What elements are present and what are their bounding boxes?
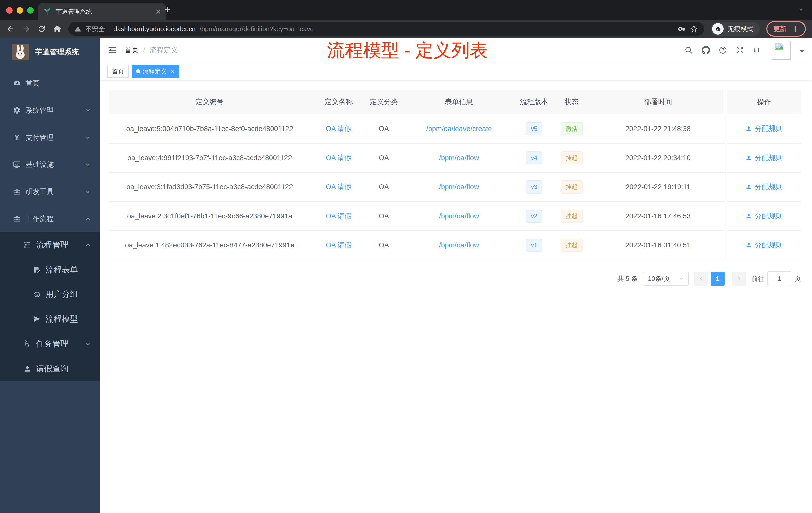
fullscreen-icon[interactable] (736, 46, 744, 55)
pagination-prev-button[interactable] (694, 272, 708, 285)
tab-search-caret-icon[interactable]: ⌄ (798, 4, 804, 12)
sidebar-item-home[interactable]: 首页 (0, 70, 100, 97)
definition-name-link[interactable]: OA 请假 (326, 183, 352, 191)
sidebar-logo[interactable]: 芋道管理系统 (0, 38, 100, 67)
pagination-goto-input[interactable] (767, 271, 791, 286)
pagination-page-label: 页 (794, 274, 801, 283)
window-minimize-button[interactable] (17, 7, 23, 13)
definition-id: oa_leave:2:3c1f0ef1-76b1-11ec-9c66-a2380… (109, 202, 310, 231)
assign-rule-button[interactable]: 分配规则 (746, 153, 783, 163)
version-badge: v3 (526, 180, 542, 193)
form-link[interactable]: /bpm/oa/flow (439, 212, 479, 220)
table-header-row: 定义编号 定义名称 定义分类 表单信息 流程版本 状态 部署时间 操作 (109, 90, 801, 115)
window-zoom-button[interactable] (27, 7, 34, 13)
page-size-select[interactable]: 10条/页 (643, 272, 689, 285)
home-icon[interactable] (53, 24, 62, 33)
sidebar-item-task-management[interactable]: 任务管理 (0, 331, 100, 356)
deploy-time: 2022-01-22 20:34:10 (592, 144, 727, 173)
definition-name-link[interactable]: OA 请假 (326, 154, 352, 162)
col-form-info: 表单信息 (401, 90, 517, 115)
active-dot (136, 69, 140, 73)
github-icon[interactable] (701, 46, 710, 55)
font-size-icon[interactable]: tT (753, 46, 761, 55)
tag-close-icon[interactable]: ✕ (170, 68, 175, 74)
chevron-up-icon (85, 216, 91, 222)
sidebar-item-infrastructure[interactable]: 基础设施 (0, 151, 100, 178)
assign-rule-button[interactable]: 分配规则 (746, 182, 783, 192)
col-deploy-time: 部署时间 (592, 90, 727, 115)
avatar-caret-icon[interactable] (800, 50, 805, 55)
table-row: oa_leave:5:004b710b-7b8a-11ec-8ef0-acde4… (109, 115, 801, 144)
gear-icon (12, 106, 21, 115)
sidebar-item-process-form[interactable]: 流程表单 (0, 258, 100, 282)
sidebar-item-user-group[interactable]: 用户分组 (0, 282, 100, 307)
sidebar-toggle-icon[interactable] (108, 46, 117, 55)
tree-list-icon (23, 241, 32, 249)
assign-rule-button[interactable]: 分配规则 (746, 211, 783, 221)
chevron-down-icon (85, 189, 91, 195)
back-icon[interactable] (6, 24, 15, 33)
bookmark-star-icon[interactable] (690, 25, 698, 33)
window-close-button[interactable] (6, 7, 12, 13)
incognito-icon (712, 23, 724, 35)
search-icon[interactable] (685, 46, 693, 55)
definition-name-link[interactable]: OA 请假 (326, 125, 352, 132)
sidebar-item-dev-tools[interactable]: 研发工具 (0, 178, 100, 205)
broken-image-icon (774, 43, 784, 52)
avatar[interactable] (772, 41, 791, 60)
assign-rule-button[interactable]: 分配规则 (746, 124, 783, 133)
definition-category: OA (367, 115, 401, 144)
pagination-page-1[interactable]: 1 (710, 272, 725, 285)
sidebar-item-system[interactable]: 系统管理 (0, 97, 100, 124)
browser-update-button[interactable]: 更新 ⋮ (766, 21, 806, 37)
form-link[interactable]: /bpm/oa/leave/create (426, 125, 492, 132)
deploy-time: 2022-01-16 17:46:53 (592, 202, 727, 231)
chevron-down-icon (85, 108, 91, 114)
update-label: 更新 (773, 25, 786, 33)
window-controls (6, 7, 34, 13)
screen: 芋道管理系统 ✕ + ⌄ 不安全 dashboard.yudao.iocoder… (0, 0, 812, 513)
col-actions: 操作 (727, 90, 801, 115)
paper-plane-icon (33, 315, 41, 323)
help-icon[interactable] (719, 46, 727, 55)
password-key-icon[interactable] (678, 25, 686, 33)
person-icon (746, 242, 752, 248)
forward-icon[interactable] (22, 24, 31, 33)
tag-home[interactable]: 首页 (108, 65, 128, 78)
sidebar-item-leave-query[interactable]: 请假查询 (0, 356, 100, 382)
chevron-down-icon (85, 162, 91, 168)
status-badge: 挂起 (561, 180, 583, 193)
chevron-right-icon (736, 276, 742, 281)
col-definition-id: 定义编号 (109, 90, 310, 115)
sidebar-item-process-management[interactable]: 流程管理 (0, 233, 100, 258)
person-icon (746, 155, 752, 161)
definition-category: OA (367, 144, 401, 173)
sidebar-item-process-model[interactable]: 流程模型 (0, 307, 100, 331)
new-tab-button[interactable]: + (165, 4, 170, 15)
sidebar-item-payment[interactable]: ¥ 支付管理 (0, 124, 100, 151)
version-badge: v2 (526, 210, 542, 222)
status-badge: 挂起 (561, 210, 583, 222)
form-link[interactable]: /bpm/oa/flow (439, 154, 479, 162)
form-link[interactable]: /bpm/oa/flow (439, 183, 479, 191)
version-badge: v5 (526, 122, 542, 135)
tab-close-icon[interactable]: ✕ (155, 7, 161, 16)
reload-icon[interactable] (37, 24, 46, 33)
address-bar[interactable]: 不安全 dashboard.yudao.iocoder.cn/bpm/manag… (68, 22, 704, 36)
form-link[interactable]: /bpm/oa/flow (439, 241, 479, 249)
tab-title: 芋道管理系统 (56, 7, 151, 16)
logo-rabbit-image (12, 44, 29, 60)
tag-process-definition[interactable]: 流程定义 ✕ (132, 65, 179, 78)
definition-id: oa_leave:3:1fad3d93-7b75-11ec-a3c8-acde4… (109, 173, 310, 202)
breadcrumb-home[interactable]: 首页 (124, 46, 139, 55)
breadcrumb-current: 流程定义 (150, 46, 178, 55)
sidebar-item-workflow[interactable]: 工作流程 (0, 205, 100, 233)
chevron-down-icon (85, 341, 91, 347)
browser-tab[interactable]: 芋道管理系统 ✕ (38, 3, 166, 20)
pagination-next-button[interactable] (732, 272, 746, 285)
assign-rule-button[interactable]: 分配规则 (746, 240, 783, 250)
incognito-badge[interactable]: 无痕模式 (710, 22, 760, 36)
definition-name-link[interactable]: OA 请假 (326, 212, 352, 220)
browser-menu-icon[interactable]: ⋮ (792, 25, 799, 33)
definition-name-link[interactable]: OA 请假 (326, 241, 352, 249)
